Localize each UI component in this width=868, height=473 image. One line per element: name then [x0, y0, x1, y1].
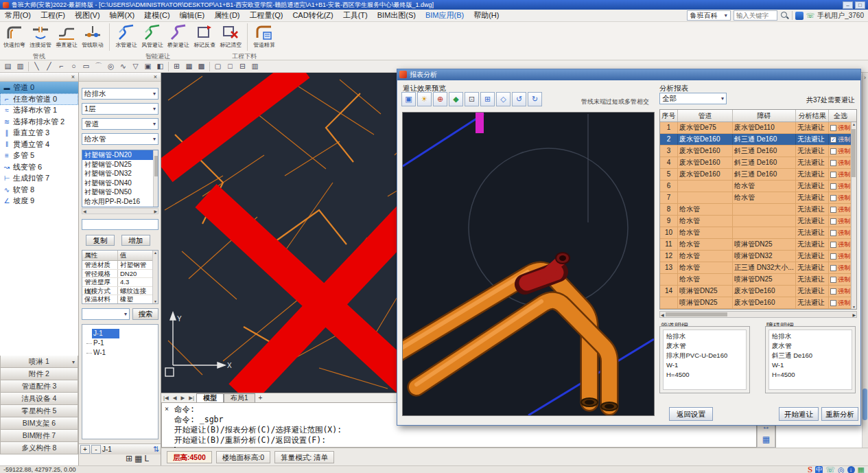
line-icon[interactable]: ╲: [31, 61, 43, 72]
dialog-title-bar[interactable]: 报表分析: [397, 69, 860, 80]
menu-grid[interactable]: 轴网(X): [105, 10, 140, 21]
grid-scrollbar[interactable]: ▲▼: [152, 251, 158, 303]
menu-bim-app[interactable]: BIM应用(B): [421, 10, 469, 21]
category-dropdown[interactable]: 管道▾: [82, 118, 159, 130]
category-pipe-fittings[interactable]: 管道配件 3: [0, 380, 78, 393]
grid-snap-icon[interactable]: ⊞: [126, 454, 132, 463]
force-checkbox[interactable]: [830, 195, 836, 201]
force-checkbox[interactable]: [830, 160, 836, 166]
start-avoidance-button[interactable]: 开始避让: [779, 407, 819, 421]
tree-item-vertical-riser[interactable]: ∥垂直立管 3: [0, 128, 78, 139]
grid-icon[interactable]: ▦: [858, 466, 865, 473]
table-hscrollbar[interactable]: ◀▶: [659, 311, 857, 318]
menu-view[interactable]: 视图(V): [70, 10, 105, 21]
quick-elbow-button[interactable]: 快速扣弯: [1, 22, 27, 50]
property-row[interactable]: 保温材料橡塑: [82, 295, 158, 304]
luban-app-icon[interactable]: [795, 12, 804, 20]
table-grid-icon[interactable]: ⊞: [171, 61, 183, 72]
menu-common[interactable]: 常用(O): [0, 10, 36, 21]
category-misc[interactable]: 零星构件 5: [0, 405, 78, 417]
preview-3d-canvas[interactable]: [403, 113, 654, 415]
scroll-left-icon[interactable]: ◀: [83, 209, 86, 214]
layers-off-icon[interactable]: ▥: [14, 61, 26, 72]
menu-properties[interactable]: 属性(D): [209, 10, 244, 21]
close-icon[interactable]: ×: [165, 405, 169, 413]
scrollbar-thumb[interactable]: [154, 156, 158, 176]
add-system-button[interactable]: +: [80, 445, 90, 454]
scrollbar-thumb[interactable]: [666, 312, 727, 316]
layers-icon[interactable]: ▤: [2, 61, 14, 72]
back-to-settings-button[interactable]: 返回设置: [669, 407, 713, 421]
category-poly-component[interactable]: 多义构件 8: [0, 442, 78, 454]
force-checkbox[interactable]: [830, 172, 836, 178]
analysis-row[interactable]: 10给水管无法避让强制: [660, 227, 852, 239]
scroll-left-icon[interactable]: ◀: [661, 312, 664, 317]
analysis-row[interactable]: 给水管喷淋管DN25无法避让强制: [660, 274, 852, 286]
tab-next-icon[interactable]: ▶: [179, 395, 187, 401]
analysis-row[interactable]: 12给水管喷淋管DN32无法避让强制: [660, 251, 852, 262]
menu-quantity[interactable]: 工程量(Q): [245, 10, 288, 21]
circle-icon[interactable]: ○: [68, 61, 80, 72]
tab-layout1[interactable]: 布局1: [224, 393, 255, 402]
phone-icon[interactable]: ☏: [825, 466, 835, 473]
menu-help[interactable]: 帮助(H): [469, 10, 504, 21]
force-checkbox[interactable]: [830, 125, 836, 131]
property-row[interactable]: 管道材质衬塑钢管: [82, 261, 158, 270]
force-checkbox[interactable]: [830, 300, 836, 306]
analysis-row[interactable]: 1废水管De75废水管De110无法避让强制: [660, 122, 852, 134]
orbit-icon[interactable]: ◆: [449, 92, 463, 106]
tab-prev-icon[interactable]: ◀: [171, 395, 179, 401]
polygon-icon[interactable]: ▽: [130, 61, 141, 72]
analysis-row[interactable]: 8给水管无法避让强制: [660, 204, 852, 216]
menu-project[interactable]: 工程(F): [36, 10, 70, 21]
menu-cad-convert[interactable]: CAD转化(Z): [288, 10, 338, 21]
floor-dropdown[interactable]: 1层▾: [82, 103, 159, 115]
tree-item-slope[interactable]: ∠坡度 9: [0, 196, 78, 207]
connect-short-pipe-button[interactable]: 连接短管: [27, 22, 54, 50]
menu-edit[interactable]: 编辑(E): [175, 10, 210, 21]
subtype-dropdown[interactable]: 给水管▾: [82, 133, 159, 145]
force-checkbox[interactable]: [830, 137, 836, 143]
floor-height-button[interactable]: 层高:4500: [167, 451, 212, 463]
analysis-row[interactable]: 喷淋管DN25废水管De160无法避让强制: [660, 297, 852, 309]
copy-button[interactable]: 复制: [86, 235, 115, 246]
tab-last-icon[interactable]: ▶|: [187, 395, 196, 401]
scroll-right-icon[interactable]: ▶: [852, 312, 856, 317]
menu-bim-drawing[interactable]: BIM出图(S): [373, 10, 421, 21]
menu-tools[interactable]: 工具(T): [338, 10, 373, 21]
xline-icon[interactable]: ╱: [43, 61, 55, 72]
tree-node-p1[interactable]: P-1: [82, 338, 158, 348]
download-icon[interactable]: ↓: [847, 466, 855, 473]
box-icon[interactable]: □: [224, 61, 236, 72]
force-checkbox[interactable]: [830, 288, 836, 295]
spline-icon[interactable]: ∿: [117, 61, 129, 72]
force-checkbox[interactable]: [830, 183, 836, 189]
list-scrollbar[interactable]: [153, 150, 158, 207]
analysis-row-selected[interactable]: 2废水管De160斜三通 De160无法避让强制: [660, 134, 852, 146]
remove-system-button[interactable]: -: [91, 445, 101, 454]
force-checkbox[interactable]: [830, 242, 836, 248]
luban-logo-icon[interactable]: S: [808, 466, 812, 473]
close-icon[interactable]: ×: [69, 73, 77, 81]
avoidance-preview[interactable]: [402, 112, 655, 416]
pipe-type-item[interactable]: 给水用PP-R-De16: [82, 197, 158, 207]
snapshot-icon[interactable]: ▣: [401, 92, 416, 106]
category-sanitary[interactable]: 洁具设备 4: [0, 393, 78, 405]
tab-model[interactable]: 模型: [196, 393, 224, 402]
search-button[interactable]: 搜索: [132, 308, 159, 320]
force-checkbox[interactable]: [830, 230, 836, 236]
tree-item-through-riser[interactable]: ‖贯通立管 4: [0, 139, 78, 150]
menu-modeling[interactable]: 建模(C): [139, 10, 174, 21]
tree-item-multi-pipe[interactable]: ≡多管 5: [0, 150, 78, 162]
right-scrollbar[interactable]: ›: [862, 73, 868, 465]
search-icon[interactable]: [780, 11, 789, 20]
brightness-icon[interactable]: ☀: [417, 92, 432, 106]
scrollbar-thumb[interactable]: [863, 389, 867, 420]
property-row[interactable]: 管道壁厚H(r4.3: [82, 278, 158, 287]
polyline-icon[interactable]: ⌐: [56, 61, 67, 72]
analysis-row[interactable]: 3废水管De160斜三通 De160无法避让强制: [660, 146, 852, 157]
tree-item-flex-pipe[interactable]: ∿软管 8: [0, 184, 78, 196]
viewport-icon[interactable]: ▢: [212, 61, 224, 72]
rotate-ccw-icon[interactable]: ↺: [512, 92, 526, 106]
sheet-icon[interactable]: ▦: [762, 435, 770, 444]
